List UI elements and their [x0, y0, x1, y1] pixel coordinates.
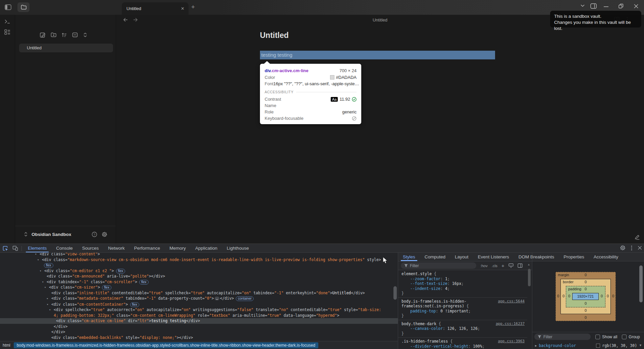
devtools-tab-console[interactable]: Console	[51, 244, 77, 252]
minimize-button[interactable]	[604, 6, 608, 7]
sort-order-icon[interactable]	[61, 32, 67, 38]
vault-switcher-bar[interactable]: Obsidian Sandbox ?	[15, 226, 116, 244]
style-rule[interactable]: app.css:5644body.is-frameless.is-hidden-…	[398, 298, 527, 320]
vault-folder-button[interactable]	[17, 2, 30, 12]
devtools-tab-lighthouse[interactable]: Lighthouse	[222, 244, 254, 252]
show-all-checkbox[interactable]	[595, 335, 600, 339]
new-style-rule-button[interactable]: +	[501, 263, 504, 268]
margin-bottom-value[interactable]: 0	[583, 315, 588, 319]
devtools-more-options-icon[interactable]	[631, 245, 632, 251]
border-right-value[interactable]: 0	[605, 294, 610, 298]
file-item-untitled[interactable]: Untitled	[19, 44, 113, 52]
window-menu-chevron-icon[interactable]	[580, 4, 585, 7]
collapse-arrow-icon[interactable]: ▾	[44, 285, 46, 290]
css-declaration[interactable]: --font-text-size: 16px;	[401, 281, 525, 286]
elements-tree-row[interactable]: </div>	[0, 329, 398, 335]
css-declaration[interactable]: padding-top: 0 !important;	[401, 309, 525, 314]
margin-left-value[interactable]: 0	[556, 294, 560, 298]
flex-badge[interactable]: flex	[102, 285, 111, 290]
style-rule[interactable]: app.css:3963.is-hidden-frameless {--divi…	[398, 338, 527, 349]
elements-tree-row[interactable]: ▾<div class="markdown-source-view cm-s-o…	[0, 257, 398, 268]
outline-list-icon[interactable]	[4, 29, 10, 35]
tab-close-icon[interactable]: ✕	[181, 6, 184, 11]
margin-right-value[interactable]: 0	[611, 294, 615, 298]
collapse-arrow-icon[interactable]: ▾	[35, 253, 37, 257]
container-badge[interactable]: container	[236, 296, 254, 301]
breadcrumb-selected-body[interactable]: body.mod-windows.is-frameless.is-maximiz…	[14, 342, 318, 348]
sidebar-tab-styles[interactable]: Styles	[398, 253, 420, 261]
devtools-settings-gear-icon[interactable]	[620, 245, 626, 251]
css-declaration[interactable]: --zoom-factor: 1;	[401, 277, 525, 282]
dock-sidebar-icon[interactable]	[518, 263, 523, 268]
elements-tree-row[interactable]: ▸<div class="metadata-container" tabinde…	[0, 296, 398, 302]
left-sidebar-toggle-icon[interactable]	[5, 4, 11, 10]
devtools-tab-network[interactable]: Network	[103, 244, 129, 252]
collapse-arrow-icon[interactable]: ▾	[42, 279, 44, 285]
tab-untitled[interactable]: Untitled ✕	[122, 2, 189, 15]
styles-scrollbar[interactable]	[528, 269, 531, 286]
settings-gear-icon[interactable]	[102, 232, 107, 237]
open-terminal-icon[interactable]	[4, 19, 10, 24]
help-icon[interactable]: ?	[92, 232, 97, 237]
border-left-value[interactable]: 0	[561, 294, 566, 298]
css-declaration[interactable]: --indent-size: 4;	[401, 286, 525, 291]
css-declaration[interactable]: --canvas-color: 126, 126, 126;	[401, 326, 525, 331]
border-top-value[interactable]: 0	[583, 280, 588, 284]
expand-arrow-icon[interactable]: ▶	[535, 344, 537, 347]
elements-tree-row[interactable]: ▾<div tabindex="-1" class="cm-scroller">…	[0, 279, 398, 285]
collapse-arrow-icon[interactable]: ▾	[47, 302, 48, 307]
css-declaration[interactable]: --divider-vertical-height: 100%;	[401, 344, 525, 349]
sidebar-tab-properties[interactable]: Properties	[559, 253, 589, 261]
flex-badge[interactable]: flex	[116, 269, 125, 273]
right-sidebar-toggle-icon[interactable]	[590, 3, 597, 9]
elements-tree-row[interactable]: ▾<div class="cm-contentContainer">flex	[0, 302, 398, 307]
elements-tree-scrollbar[interactable]	[393, 286, 397, 300]
elements-tree-row[interactable]: ▾<div class="cm-editor ͼ1 ͼ2 ">flex	[0, 268, 398, 274]
stylesheet-link[interactable]: app.css:3963	[498, 339, 525, 344]
device-toolbar-icon[interactable]	[12, 246, 18, 251]
computed-pane-scrollbar[interactable]	[639, 265, 643, 302]
flex-badge[interactable]: flex	[139, 280, 149, 285]
border-bottom-value[interactable]: 0	[583, 308, 588, 312]
elements-tree-row[interactable]: ▾<div class="view-content">	[0, 253, 398, 257]
note-inline-title[interactable]: Untitled	[260, 31, 289, 40]
styles-filter-input[interactable]: Filter	[401, 262, 476, 269]
group-checkbox[interactable]	[622, 335, 627, 339]
elements-tree-row[interactable]: ▾<div class="cm-sizer">flex	[0, 285, 398, 290]
elements-tree-row-selected[interactable]: <div class="cm-active cm-line" dir="ltr"…	[0, 318, 398, 324]
devtools-tab-performance[interactable]: Performance	[129, 244, 165, 252]
padding-left-value[interactable]: 0	[567, 294, 572, 298]
elements-tree-row[interactable]: </div>	[0, 324, 398, 330]
elements-tree-row[interactable]: ▾<div spellcheck="true" autocorrect="on"…	[0, 307, 398, 318]
breadcrumb-html[interactable]: html	[3, 343, 10, 348]
style-rule[interactable]: element.style {--zoom-factor: 1;--font-t…	[398, 270, 527, 298]
restore-button[interactable]	[619, 4, 624, 8]
margin-top-value[interactable]: 0	[583, 273, 588, 277]
devtools-close-icon[interactable]	[638, 246, 642, 250]
style-rule[interactable]: app.css:16237body.theme-dark {--canvas-c…	[398, 320, 527, 338]
sidebar-tab-event-listeners[interactable]: Event Listeners	[473, 253, 514, 261]
stylesheet-link[interactable]: app.css:16237	[496, 321, 525, 327]
stylesheet-link[interactable]: app.css:5644	[498, 299, 525, 304]
new-folder-icon[interactable]	[51, 32, 56, 38]
computed-filter-input[interactable]: Filter	[534, 334, 591, 340]
collapse-arrow-icon[interactable]: ▾	[37, 257, 39, 263]
new-note-icon[interactable]	[40, 32, 46, 38]
devtools-tab-elements[interactable]: Elements	[23, 244, 51, 252]
box-model-content[interactable]: 1920×721	[572, 293, 599, 300]
padding-right-value[interactable]: 0	[599, 294, 604, 298]
collapse-arrow-icon[interactable]: ▾	[49, 307, 51, 313]
new-tab-button[interactable]: +	[191, 3, 195, 11]
sidebar-tab-computed[interactable]: Computed	[420, 253, 450, 261]
computed-property-row[interactable]: ▶ background-color rgb(30, 30, 30)	[532, 342, 644, 349]
collapse-arrow-icon[interactable]: ▾	[40, 268, 41, 274]
close-window-button[interactable]	[634, 4, 638, 8]
inspect-element-icon[interactable]	[3, 246, 8, 251]
elements-tree-row[interactable]: <div class="cm-announced" aria-live="pol…	[0, 273, 398, 279]
sidebar-tab-accessibility[interactable]: Accessibility	[589, 253, 623, 261]
devtools-tab-memory[interactable]: Memory	[165, 244, 191, 252]
styles-scroll-up-arrow[interactable]: ▲	[527, 263, 530, 266]
rendering-emulation-icon[interactable]	[508, 263, 514, 268]
expand-collapse-chevrons-icon[interactable]	[83, 32, 89, 38]
collapse-all-icon[interactable]	[72, 32, 78, 38]
